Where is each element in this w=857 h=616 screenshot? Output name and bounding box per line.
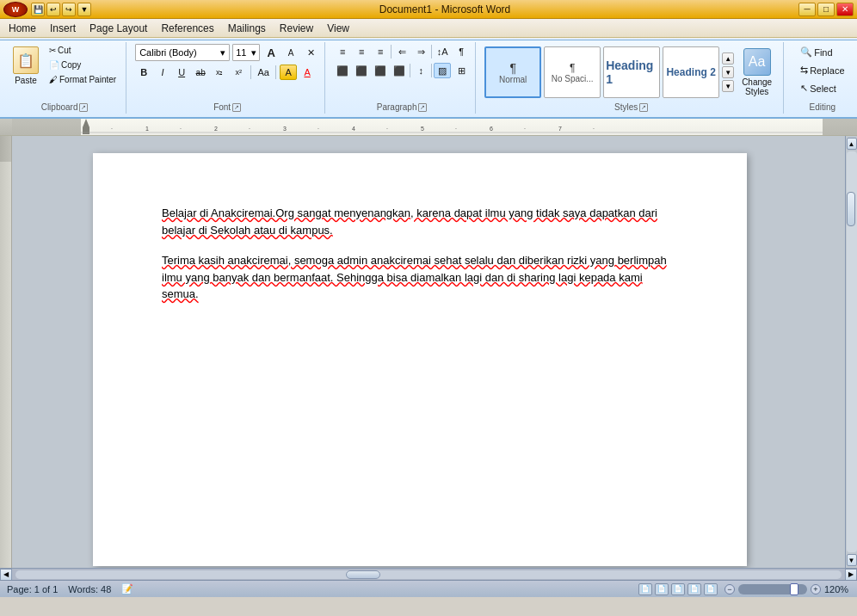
font-size-selector[interactable]: 11 ▾: [232, 44, 260, 61]
shading-button[interactable]: ▨: [434, 63, 451, 78]
font-name-selector[interactable]: Calibri (Body) ▾: [135, 44, 230, 61]
print-layout-button[interactable]: 📄: [638, 583, 652, 595]
multilevel-button[interactable]: ≡: [372, 44, 389, 59]
bold-button[interactable]: B: [135, 65, 152, 80]
document-scroll-area[interactable]: Belajar di Anakciremai.Org sangat menyen…: [12, 136, 845, 568]
align-center-button[interactable]: ⬛: [353, 63, 370, 78]
ruler-corner: [0, 119, 12, 135]
clipboard-expand-button[interactable]: ↗: [79, 103, 88, 112]
customize-button[interactable]: ▼: [77, 3, 91, 16]
tab-page-layout[interactable]: Page Layout: [83, 19, 154, 37]
zoom-percent[interactable]: 120%: [824, 584, 850, 594]
clear-formatting-button[interactable]: ✕: [302, 45, 319, 60]
change-styles-icon: Aa: [743, 48, 771, 76]
scroll-right-button[interactable]: ▶: [845, 569, 857, 581]
tab-mailings[interactable]: Mailings: [221, 19, 273, 37]
change-case-button[interactable]: Aa: [255, 65, 272, 80]
align-right-button[interactable]: ⬛: [372, 63, 389, 78]
paragraph-1[interactable]: Belajar di Anakciremai.Org sangat menyen…: [162, 205, 678, 238]
justify-button[interactable]: ⬛: [391, 63, 408, 78]
format-painter-button[interactable]: 🖌 Format Painter: [45, 73, 120, 86]
tab-references[interactable]: References: [154, 19, 220, 37]
tab-view[interactable]: View: [320, 19, 356, 37]
main-layout: Home Insert Page Layout References Maili…: [0, 19, 857, 597]
copy-button[interactable]: 📄 Copy: [45, 59, 120, 71]
show-marks-button[interactable]: ¶: [453, 44, 470, 59]
style-heading1-button[interactable]: Heading 1: [603, 46, 660, 98]
office-button[interactable]: W: [3, 2, 28, 17]
scroll-up-button[interactable]: ▲: [847, 138, 857, 150]
borders-button[interactable]: ⊞: [453, 63, 470, 78]
style-heading2-button[interactable]: Heading 2: [663, 46, 719, 98]
styles-down-button[interactable]: ▼: [722, 66, 734, 78]
zoom-in-button[interactable]: +: [811, 584, 821, 594]
window-title: Document1 - Microsoft Word: [91, 3, 798, 15]
quick-save-button[interactable]: 💾: [31, 3, 45, 16]
web-layout-button[interactable]: 📄: [671, 583, 685, 595]
paragraph-2[interactable]: Terima kasih anakciremai, semoga admin a…: [162, 252, 678, 303]
styles-group: ¶ Normal ¶ No Spaci... Heading 1 Heading…: [479, 42, 784, 114]
styles-expand-button[interactable]: ↗: [639, 103, 648, 112]
superscript-button[interactable]: x²: [230, 65, 247, 80]
paragraph-expand-button[interactable]: ↗: [418, 103, 427, 112]
tab-review[interactable]: Review: [273, 19, 320, 37]
scroll-down-button[interactable]: ▼: [847, 554, 857, 566]
decrease-indent-button[interactable]: ⇐: [393, 44, 410, 59]
font-color-button[interactable]: A: [299, 65, 316, 80]
style-nospace-button[interactable]: ¶ No Spaci...: [544, 46, 601, 98]
style-normal-button[interactable]: ¶ Normal: [484, 46, 541, 98]
underline-button[interactable]: U: [173, 65, 190, 80]
tab-home[interactable]: Home: [2, 19, 43, 37]
vertical-ruler: [0, 136, 12, 568]
editing-buttons: 🔍 Find ⇆ Replace ↖ Select: [792, 44, 852, 96]
align-left-button[interactable]: ⬛: [334, 63, 351, 78]
document-page[interactable]: Belajar di Anakciremai.Org sangat menyen…: [93, 153, 747, 566]
sort-button[interactable]: ↕A: [434, 44, 451, 59]
font-grow-button[interactable]: A: [262, 45, 280, 60]
font-divider-2: [275, 65, 276, 79]
select-button[interactable]: ↖ Select: [792, 80, 852, 96]
replace-button[interactable]: ⇆ Replace: [792, 62, 852, 78]
paste-button[interactable]: 📋 Paste: [9, 44, 43, 88]
numbering-button[interactable]: ≡: [353, 44, 370, 59]
font-shrink-button[interactable]: A: [282, 45, 299, 60]
cut-button[interactable]: ✂ Cut: [45, 44, 120, 57]
quick-undo-button[interactable]: ↩: [46, 3, 60, 16]
quick-redo-button[interactable]: ↪: [62, 3, 76, 16]
styles-more-button[interactable]: ▼: [722, 80, 734, 92]
styles-up-button[interactable]: ▲: [722, 52, 734, 65]
highlight-button[interactable]: A: [280, 65, 297, 80]
outline-button[interactable]: 📄: [687, 583, 701, 595]
paragraph-label: Paragraph ↗: [334, 102, 470, 112]
close-button[interactable]: ✕: [836, 3, 854, 16]
line-spacing-button[interactable]: ↕: [412, 63, 429, 78]
scroll-left-button[interactable]: ◀: [0, 569, 12, 581]
horizontal-scrollbar[interactable]: ◀ ▶: [0, 568, 857, 580]
zoom-thumb[interactable]: [790, 583, 798, 595]
find-button[interactable]: 🔍 Find: [792, 44, 852, 60]
restore-button[interactable]: □: [817, 3, 835, 16]
bullets-button[interactable]: ≡: [334, 44, 351, 59]
document-area[interactable]: Belajar di Anakciremai.Org sangat menyen…: [12, 136, 857, 568]
full-reading-button[interactable]: 📄: [655, 583, 669, 595]
editing-label: Editing: [792, 102, 852, 112]
font-expand-button[interactable]: ↗: [232, 103, 241, 112]
style-heading2-preview: Heading 2: [666, 66, 715, 78]
vertical-scrollbar[interactable]: ▲ ▼: [845, 136, 857, 568]
h-scroll-thumb[interactable]: [346, 570, 380, 579]
strikethrough-button[interactable]: ab: [192, 65, 209, 80]
italic-button[interactable]: I: [154, 65, 171, 80]
minimize-button[interactable]: ─: [798, 3, 816, 16]
tab-insert[interactable]: Insert: [43, 19, 83, 37]
draft-button[interactable]: 📄: [704, 583, 718, 595]
change-styles-button[interactable]: Aa ChangeStyles: [736, 44, 778, 101]
scroll-thumb[interactable]: [847, 192, 855, 226]
increase-indent-button[interactable]: ⇒: [412, 44, 429, 59]
title-bar: W 💾 ↩ ↪ ▼ Document1 - Microsoft Word ─ □…: [0, 0, 857, 19]
office-logo: W: [12, 5, 20, 14]
proofing-icon[interactable]: 📝: [121, 583, 133, 594]
zoom-slider[interactable]: [738, 584, 807, 594]
subscript-button[interactable]: x₂: [211, 65, 228, 80]
h-scroll-track: [15, 570, 842, 579]
zoom-out-button[interactable]: −: [724, 584, 735, 594]
